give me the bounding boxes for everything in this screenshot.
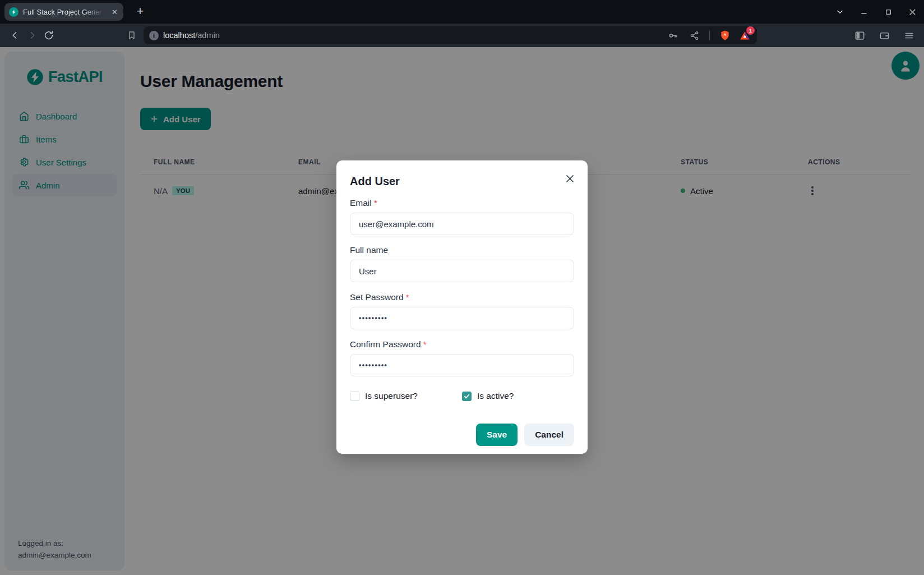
email-field[interactable] xyxy=(350,213,574,235)
full-name-label: Full name xyxy=(350,245,388,255)
required-marker: * xyxy=(423,339,427,349)
new-tab-button[interactable]: + xyxy=(131,2,149,20)
sidebar-panel-icon[interactable] xyxy=(851,27,868,44)
bookmark-icon[interactable] xyxy=(123,27,140,44)
full-name-field-group: Full name xyxy=(350,245,574,282)
url-bar[interactable]: i localhost/admin 1 xyxy=(144,26,757,44)
modal-title: Add User xyxy=(350,175,574,188)
brave-shields-icon[interactable] xyxy=(717,27,733,44)
wallet-icon[interactable] xyxy=(876,27,893,44)
menu-hamburger-icon[interactable] xyxy=(900,27,917,44)
share-icon[interactable] xyxy=(686,27,703,44)
set-password-field-group: Set Password* xyxy=(350,292,574,329)
email-label: Email* xyxy=(350,198,377,208)
set-password-label: Set Password* xyxy=(350,292,409,302)
required-marker: * xyxy=(406,292,409,302)
url-text: localhost/admin xyxy=(163,31,220,40)
forward-button[interactable] xyxy=(24,27,40,44)
rewards-badge: 1 xyxy=(746,26,755,35)
fastapi-favicon-icon xyxy=(9,7,19,17)
save-button[interactable]: Save xyxy=(476,424,518,446)
confirm-password-field-group: Confirm Password* xyxy=(350,339,574,376)
browser-titlebar: Full Stack Project Genera ✕ + xyxy=(0,0,924,24)
checkbox-checked-icon[interactable] xyxy=(462,392,472,401)
tab-title: Full Stack Project Genera xyxy=(23,8,106,16)
browser-toolbar: i localhost/admin 1 xyxy=(0,24,924,47)
is-superuser-label: Is superuser? xyxy=(365,391,418,401)
saved-passwords-key-icon[interactable] xyxy=(664,27,681,44)
back-button[interactable] xyxy=(7,27,24,44)
confirm-password-label: Confirm Password* xyxy=(350,339,427,349)
checkbox-row: Is superuser? Is active? xyxy=(350,391,574,401)
window-minimize-button[interactable] xyxy=(858,6,870,18)
email-field-group: Email* xyxy=(350,198,574,235)
checkbox-unchecked-icon[interactable] xyxy=(350,392,359,401)
is-active-label: Is active? xyxy=(477,391,514,401)
reload-button[interactable] xyxy=(40,27,57,44)
page-viewport: FastAPI Dashboard Items User Settings Ad… xyxy=(0,47,924,575)
is-superuser-checkbox[interactable]: Is superuser? xyxy=(350,391,462,401)
is-active-checkbox[interactable]: Is active? xyxy=(462,391,574,401)
modal-close-button[interactable] xyxy=(561,169,579,187)
confirm-password-field[interactable] xyxy=(350,354,574,376)
tab-search-chevron-icon[interactable] xyxy=(834,6,846,18)
browser-tab[interactable]: Full Stack Project Genera ✕ xyxy=(4,3,123,21)
window-maximize-button[interactable] xyxy=(882,6,894,18)
full-name-field[interactable] xyxy=(350,260,574,282)
modal-footer: Save Cancel xyxy=(350,424,574,446)
brave-rewards-icon[interactable]: 1 xyxy=(738,29,751,42)
set-password-field[interactable] xyxy=(350,307,574,329)
required-marker: * xyxy=(374,198,377,208)
toolbar-divider xyxy=(709,30,710,40)
add-user-modal: Add User Email* Full name Set Password* … xyxy=(336,160,588,454)
check-icon xyxy=(464,393,470,399)
window-close-button[interactable] xyxy=(906,6,918,18)
close-icon xyxy=(565,173,575,184)
cancel-button[interactable]: Cancel xyxy=(524,424,574,446)
tab-close-icon[interactable]: ✕ xyxy=(110,7,119,17)
site-info-icon[interactable]: i xyxy=(149,31,159,40)
